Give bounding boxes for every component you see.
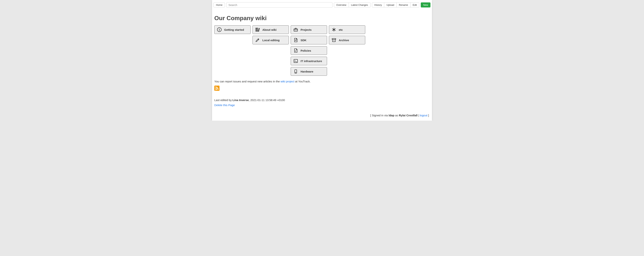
rss-icon[interactable] xyxy=(214,86,220,91)
tile-about-wiki[interactable]: About wiki xyxy=(252,25,289,34)
search-input[interactable] xyxy=(226,2,332,8)
tile-local-editing[interactable]: Local editing xyxy=(252,36,289,44)
view-group: Overview Latest Changes xyxy=(334,3,370,8)
page-title: Our Company wiki xyxy=(214,15,430,22)
document-check-icon xyxy=(293,48,298,53)
logout-link[interactable]: logout xyxy=(420,114,428,117)
author-name: Lina Inverse xyxy=(232,98,249,102)
tile-label: Archive xyxy=(339,39,349,42)
latest-changes-button[interactable]: Latest Changes xyxy=(349,3,370,8)
tile-projects[interactable]: Projects xyxy=(291,25,327,34)
svg-point-6 xyxy=(296,72,296,73)
pencil-icon xyxy=(255,38,260,43)
svg-rect-7 xyxy=(332,38,336,39)
tile-label: About wiki xyxy=(262,28,276,31)
tile-label: Hardware xyxy=(300,70,313,73)
signin-footer: [ Signed in via ldap as Rylai Crestfall … xyxy=(214,109,430,117)
current-user: Rylai Crestfall xyxy=(399,114,418,117)
tile-label: etc xyxy=(339,28,343,31)
rename-button[interactable]: Rename xyxy=(396,3,410,8)
overview-button[interactable]: Overview xyxy=(334,3,349,8)
edit-date: 2021-01-11 13:58:49 +0100 xyxy=(250,98,285,102)
archive-icon xyxy=(331,38,336,43)
briefcase-icon xyxy=(293,27,298,32)
page-actions-group: History Upload Rename Edit xyxy=(372,3,419,8)
edit-meta: Last edited by Lina Inverse, 2021-01-11 … xyxy=(214,96,430,102)
tile-getting-started[interactable]: Getting started xyxy=(214,25,251,34)
upload-button[interactable]: Upload xyxy=(384,3,396,8)
svg-rect-4 xyxy=(294,59,298,63)
books-icon xyxy=(255,27,260,32)
svg-rect-2 xyxy=(257,28,258,31)
wiki-project-link[interactable]: wiki project xyxy=(281,80,294,83)
terminal-icon xyxy=(293,58,298,64)
info-icon xyxy=(217,27,222,32)
tile-grid: Getting started About wiki Local editing xyxy=(214,25,430,76)
new-button[interactable]: New xyxy=(421,3,430,8)
tile-label: Local editing xyxy=(262,39,280,42)
history-button[interactable]: History xyxy=(372,3,384,8)
tile-it-infrastructure[interactable]: IT infrastructure xyxy=(291,57,327,65)
tile-label: Getting started xyxy=(224,28,244,31)
home-button[interactable]: Home xyxy=(214,3,225,8)
smartphone-icon xyxy=(293,69,298,74)
report-text: You can report issues and request new ar… xyxy=(214,80,430,83)
tile-label: IT infrastructure xyxy=(300,60,322,63)
tile-label: SDK xyxy=(300,39,306,42)
edit-button[interactable]: Edit xyxy=(410,3,419,8)
tile-policies[interactable]: Policies xyxy=(291,46,327,55)
asterisk-icon xyxy=(331,27,336,32)
tile-sdk[interactable]: SDK xyxy=(291,36,327,44)
tile-label: Projects xyxy=(300,28,312,31)
svg-rect-1 xyxy=(256,28,256,31)
document-icon xyxy=(293,38,298,43)
delete-page-link[interactable]: Delete this Page xyxy=(214,104,235,107)
topbar: Home Overview Latest Changes History Upl… xyxy=(214,0,430,9)
auth-provider: ldap xyxy=(388,114,394,117)
tile-label: Policies xyxy=(300,49,311,52)
tile-hardware[interactable]: Hardware xyxy=(291,67,327,76)
tile-etc[interactable]: etc xyxy=(329,25,365,34)
svg-rect-3 xyxy=(294,29,298,31)
tile-archive[interactable]: Archive xyxy=(329,36,365,44)
